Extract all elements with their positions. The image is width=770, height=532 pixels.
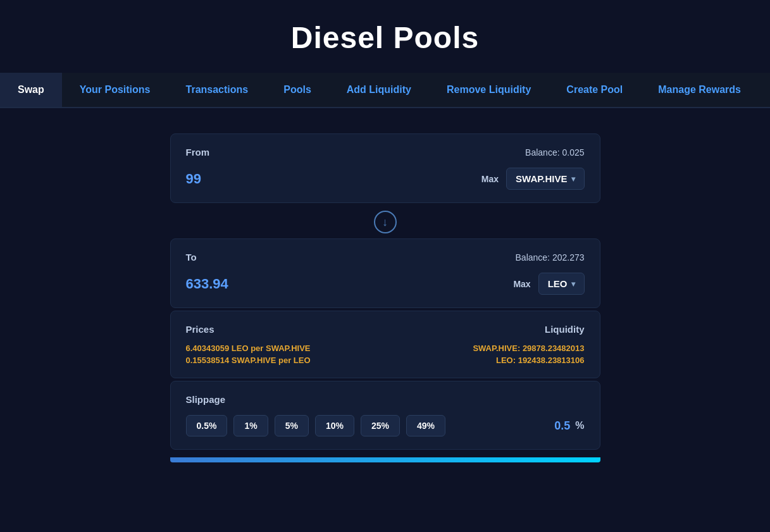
prices-label: Prices	[186, 324, 214, 335]
slippage-btn-49[interactable]: 49%	[406, 415, 445, 436]
chevron-down-icon: ▾	[571, 175, 575, 183]
to-max-button[interactable]: Max	[513, 279, 530, 289]
liquidity-label: Liquidity	[545, 324, 585, 335]
to-controls: Max LEO ▾	[513, 273, 584, 295]
slippage-btn-10[interactable]: 10%	[315, 415, 354, 436]
from-controls: Max SWAP.HIVE ▾	[481, 168, 585, 190]
to-token-selector[interactable]: LEO ▾	[538, 273, 585, 295]
tab-your-positions[interactable]: Your Positions	[62, 73, 168, 107]
slippage-btn-5[interactable]: 5%	[275, 415, 309, 436]
from-token-selector[interactable]: SWAP.HIVE ▾	[506, 168, 584, 190]
navigation: Swap Your Positions Transactions Pools A…	[0, 73, 770, 108]
slippage-custom: %	[532, 419, 584, 433]
slippage-card: Slippage 0.5% 1% 5% 10% 25% 49% %	[170, 381, 600, 450]
to-balance: Balance: 202.273	[516, 252, 585, 263]
tab-add-liquidity[interactable]: Add Liquidity	[329, 73, 429, 107]
slippage-btn-25[interactable]: 25%	[361, 415, 400, 436]
tab-create-pool[interactable]: Create Pool	[549, 73, 640, 107]
slippage-btn-1[interactable]: 1%	[233, 415, 268, 436]
tab-pools[interactable]: Pools	[266, 73, 329, 107]
slippage-percent-symbol: %	[575, 420, 584, 431]
from-max-button[interactable]: Max	[481, 174, 499, 184]
from-card: From Balance: 0.025 99 Max SWAP.HIVE ▾	[170, 133, 600, 203]
to-token-name: LEO	[548, 278, 568, 289]
tab-manage-rewards[interactable]: Manage Rewards	[640, 73, 759, 107]
price-2: 0.15538514 SWAP.HIVE per LEO	[186, 356, 311, 365]
price-1: 6.40343059 LEO per SWAP.HIVE	[186, 343, 311, 353]
main-content: From Balance: 0.025 99 Max SWAP.HIVE ▾	[0, 108, 770, 488]
swap-container: From Balance: 0.025 99 Max SWAP.HIVE ▾	[170, 133, 600, 462]
from-amount[interactable]: 99	[186, 171, 201, 187]
from-balance: Balance: 0.025	[525, 147, 584, 158]
tab-remove-liquidity[interactable]: Remove Liquidity	[429, 73, 549, 107]
slippage-btn-0.5[interactable]: 0.5%	[186, 415, 228, 436]
tab-transactions[interactable]: Transactions	[168, 73, 266, 107]
from-token-name: SWAP.HIVE	[516, 173, 567, 184]
to-amount[interactable]: 633.94	[186, 276, 228, 292]
liquidity-1: SWAP.HIVE: 29878.23482013	[473, 343, 584, 353]
chevron-down-icon: ▾	[571, 280, 575, 288]
price-left: 6.40343059 LEO per SWAP.HIVE 0.15538514 …	[186, 343, 311, 365]
slippage-options: 0.5% 1% 5% 10% 25% 49% %	[186, 415, 585, 436]
swap-direction-button[interactable]: ↓	[170, 206, 600, 238]
slippage-custom-input[interactable]	[532, 419, 570, 433]
to-card: To Balance: 202.273 633.94 Max LEO ▾	[170, 238, 600, 308]
swap-button-bar[interactable]	[170, 457, 600, 462]
from-label: From	[186, 147, 210, 158]
swap-arrow-icon: ↓	[374, 211, 397, 233]
tab-swap[interactable]: Swap	[0, 73, 62, 107]
page-title: Diesel Pools	[0, 0, 770, 73]
to-label: To	[186, 252, 197, 263]
prices-card: Prices Liquidity 6.40343059 LEO per SWAP…	[170, 311, 600, 378]
liquidity-2: LEO: 192438.23813106	[473, 356, 584, 365]
price-right: SWAP.HIVE: 29878.23482013 LEO: 192438.23…	[473, 343, 584, 365]
slippage-label: Slippage	[186, 394, 585, 405]
